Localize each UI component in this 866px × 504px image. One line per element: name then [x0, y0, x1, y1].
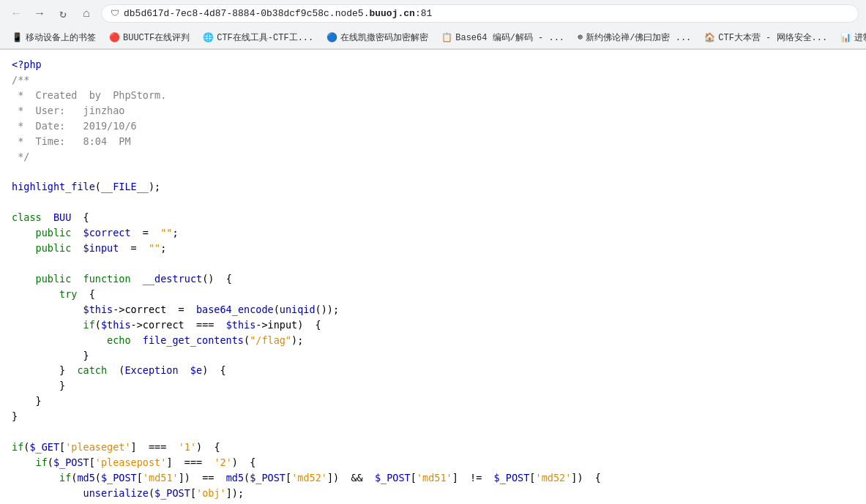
bookmark-icon-ctf-tools: 🌐 [203, 32, 214, 43]
bookmark-base64[interactable]: 📋 Base64 编码/解码 - ... [436, 29, 570, 46]
bookmark-label-ctf-base: CTF大本营 - 网络安全... [718, 31, 827, 44]
bookmark-label-mobile: 移动设备上的书签 [26, 31, 96, 44]
security-icon: 🛡 [111, 8, 119, 19]
bookmark-ctf-tools[interactable]: 🌐 CTF在线工具-CTF工... [197, 29, 319, 46]
reload-button[interactable]: ↻ [54, 5, 72, 23]
bookmark-icon-buuctf: 🔴 [109, 32, 120, 43]
code-area: <?php /** * Created by PhpStorm. * User:… [0, 50, 866, 504]
address-bar[interactable]: 🛡 db5d617d-7ec8-4d87-8884-0b38dcf9c58c.n… [101, 4, 859, 23]
bookmark-label-buuctf: BUUCTF在线评判 [123, 31, 190, 44]
forward-button[interactable]: → [31, 5, 48, 23]
bookmarks-bar: 📱 移动设备上的书签 🔴 BUUCTF在线评判 🌐 CTF在线工具-CTF工..… [0, 27, 866, 49]
bookmark-icon-base-convert: 📊 [840, 32, 851, 43]
bookmark-label-caesar: 在线凯撒密码加密解密 [340, 31, 428, 44]
url-port: :81 [415, 8, 432, 19]
browser-toolbar: ← → ↻ ⌂ 🛡 db5d617d-7ec8-4d87-8884-0b38dc… [0, 0, 866, 27]
bookmark-icon-ctf-base: 🏠 [704, 32, 715, 43]
bookmark-label-base-convert: 进制转换 - 在线工具 [854, 31, 866, 44]
bookmark-icon-caesar: 🔵 [326, 32, 337, 43]
url-domain: buuoj.cn [369, 8, 414, 19]
bookmark-label-base64: Base64 编码/解码 - ... [455, 31, 564, 44]
bookmark-buddha[interactable]: ☸️ 新约佛论禅/佛曰加密 ... [572, 29, 697, 46]
bookmark-icon-base64: 📋 [441, 32, 452, 43]
home-button[interactable]: ⌂ [78, 5, 95, 23]
code-block: <?php /** * Created by PhpStorm. * User:… [12, 57, 854, 504]
bookmark-label-ctf-tools: CTF在线工具-CTF工... [217, 31, 313, 44]
bookmark-mobile[interactable]: 📱 移动设备上的书签 [6, 29, 102, 46]
bookmark-ctf-base[interactable]: 🏠 CTF大本营 - 网络安全... [698, 29, 833, 46]
bookmark-icon-mobile: 📱 [12, 32, 23, 43]
bookmark-base-convert[interactable]: 📊 进制转换 - 在线工具 [835, 29, 866, 46]
url-prefix: db5d617d-7ec8-4d87-8884-0b38dcf9c58c.nod… [124, 8, 369, 19]
browser-chrome: ← → ↻ ⌂ 🛡 db5d617d-7ec8-4d87-8884-0b38dc… [0, 0, 866, 50]
bookmark-icon-buddha: ☸️ [578, 32, 583, 43]
bookmark-label-buddha: 新约佛论禅/佛曰加密 ... [586, 31, 691, 44]
bookmark-caesar[interactable]: 🔵 在线凯撒密码加密解密 [321, 29, 434, 46]
bookmark-buuctf[interactable]: 🔴 BUUCTF在线评判 [103, 29, 195, 46]
url-display: db5d617d-7ec8-4d87-8884-0b38dcf9c58c.nod… [124, 8, 432, 19]
back-button[interactable]: ← [7, 5, 25, 23]
